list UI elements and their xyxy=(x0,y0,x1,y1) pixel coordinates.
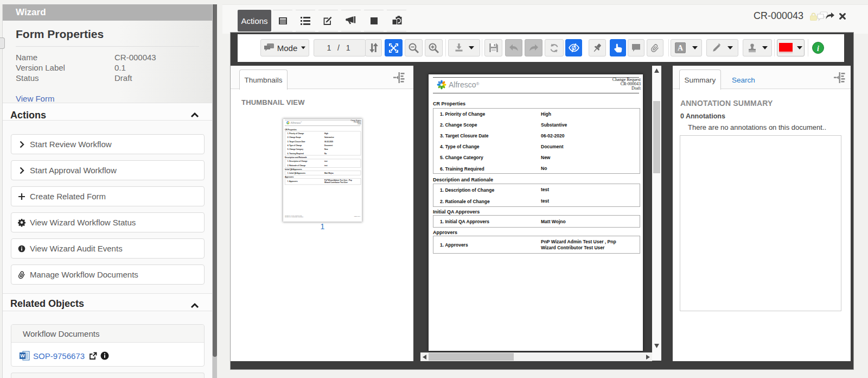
svg-text:A: A xyxy=(678,44,684,52)
svg-text:W: W xyxy=(20,353,25,358)
svg-text:i: i xyxy=(817,45,819,53)
